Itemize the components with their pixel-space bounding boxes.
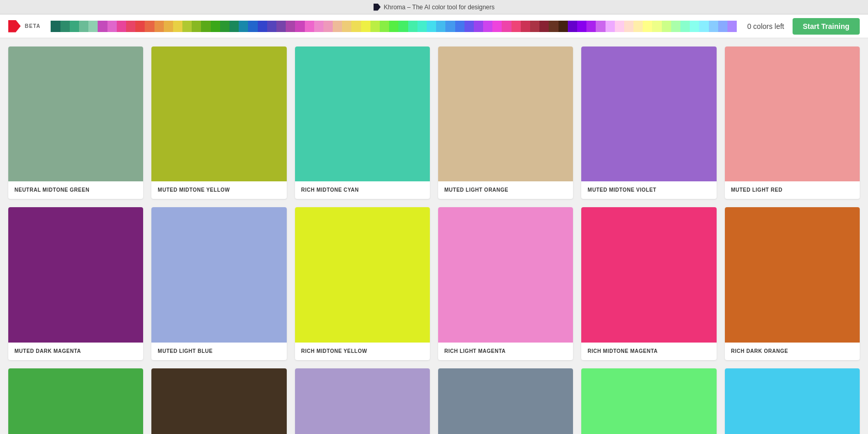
strip-color[interactable] (135, 21, 145, 32)
strip-color[interactable] (276, 21, 286, 32)
strip-color[interactable] (145, 21, 154, 32)
color-label: MUTED MIDTONE VIOLET (581, 181, 716, 199)
strip-color[interactable] (51, 21, 60, 32)
titlebar: Khroma – The AI color tool for designers (0, 0, 868, 14)
strip-color[interactable] (323, 21, 333, 32)
strip-color[interactable] (624, 21, 633, 32)
strip-color[interactable] (267, 21, 276, 32)
strip-color[interactable] (596, 21, 605, 32)
color-card[interactable]: RICH LIGHT CYAN (725, 368, 860, 434)
colors-left-label: 0 colors left (747, 22, 784, 30)
strip-color[interactable] (380, 21, 389, 32)
strip-color[interactable] (690, 21, 699, 32)
strip-color[interactable] (512, 21, 521, 32)
strip-color[interactable] (314, 21, 323, 32)
strip-color[interactable] (389, 21, 398, 32)
strip-color[interactable] (333, 21, 342, 32)
strip-color[interactable] (474, 21, 483, 32)
strip-color[interactable] (709, 21, 718, 32)
strip-color[interactable] (79, 21, 88, 32)
color-card[interactable]: NEUTRAL MIDTONE GREEN (8, 47, 143, 199)
strip-color[interactable] (671, 21, 680, 32)
strip-color[interactable] (107, 21, 117, 32)
color-swatch (8, 207, 143, 342)
color-card[interactable]: LIGHT VIOLET (295, 368, 430, 434)
strip-color[interactable] (305, 21, 314, 32)
strip-color[interactable] (652, 21, 661, 32)
color-card[interactable]: RICH MIDTONE YELLOW (295, 207, 430, 360)
strip-color[interactable] (568, 21, 577, 32)
strip-color[interactable] (436, 21, 445, 32)
strip-color[interactable] (445, 21, 455, 32)
strip-color[interactable] (126, 21, 135, 32)
strip-color[interactable] (211, 21, 220, 32)
strip-color[interactable] (502, 21, 511, 32)
strip-color[interactable] (295, 21, 304, 32)
color-label: MUTED LIGHT ORANGE (438, 181, 573, 199)
strip-color[interactable] (427, 21, 436, 32)
color-card[interactable]: RICH MIDTONE CYAN (295, 47, 430, 199)
color-card[interactable]: MUTED LIGHT BLUE (151, 207, 286, 360)
strip-color[interactable] (173, 21, 182, 32)
strip-color[interactable] (559, 21, 568, 32)
strip-color[interactable] (521, 21, 530, 32)
strip-color[interactable] (643, 21, 652, 32)
strip-color[interactable] (699, 21, 708, 32)
strip-color[interactable] (98, 21, 107, 32)
strip-color[interactable] (164, 21, 173, 32)
strip-color[interactable] (483, 21, 492, 32)
strip-color[interactable] (577, 21, 586, 32)
color-card[interactable]: DARK BROWN (151, 368, 286, 434)
strip-color[interactable] (662, 21, 671, 32)
strip-color[interactable] (88, 21, 98, 32)
strip-color[interactable] (615, 21, 624, 32)
color-swatch (151, 368, 286, 434)
strip-color[interactable] (258, 21, 267, 32)
strip-color[interactable] (370, 21, 380, 32)
strip-color[interactable] (680, 21, 690, 32)
strip-color[interactable] (220, 21, 229, 32)
color-card[interactable]: GREEN (8, 368, 143, 434)
strip-color[interactable] (633, 21, 643, 32)
strip-color[interactable] (192, 21, 201, 32)
strip-color[interactable] (492, 21, 502, 32)
strip-color[interactable] (408, 21, 417, 32)
strip-color[interactable] (417, 21, 427, 32)
color-card[interactable]: MUTED MIDTONE YELLOW (151, 47, 286, 199)
strip-color[interactable] (201, 21, 210, 32)
strip-color[interactable] (229, 21, 239, 32)
strip-color[interactable] (727, 21, 737, 32)
strip-color[interactable] (398, 21, 408, 32)
strip-color[interactable] (549, 21, 558, 32)
strip-color[interactable] (154, 21, 164, 32)
strip-color[interactable] (248, 21, 257, 32)
color-swatch (581, 47, 716, 181)
strip-color[interactable] (60, 21, 70, 32)
color-card[interactable]: MUTED LIGHT RED (725, 47, 860, 199)
strip-color[interactable] (70, 21, 79, 32)
strip-color[interactable] (718, 21, 727, 32)
color-card[interactable]: RICH LIGHT GREEN (581, 368, 716, 434)
strip-color[interactable] (586, 21, 596, 32)
strip-color[interactable] (182, 21, 192, 32)
color-card[interactable]: RICH DARK ORANGE (725, 207, 860, 360)
strip-color[interactable] (286, 21, 295, 32)
color-card[interactable]: MUTED LIGHT ORANGE (438, 47, 573, 199)
color-card[interactable]: RICH LIGHT MAGENTA (438, 207, 573, 360)
strip-color[interactable] (464, 21, 474, 32)
color-swatch (295, 368, 430, 434)
strip-color[interactable] (342, 21, 351, 32)
start-training-button[interactable]: Start Training (793, 18, 860, 35)
strip-color[interactable] (539, 21, 549, 32)
color-card[interactable]: MUTED MIDTONE BLUE GREY (438, 368, 573, 434)
color-card[interactable]: RICH MIDTONE MAGENTA (581, 207, 716, 360)
color-card[interactable]: MUTED MIDTONE VIOLET (581, 47, 716, 199)
strip-color[interactable] (530, 21, 539, 32)
strip-color[interactable] (351, 21, 361, 32)
color-card[interactable]: MUTED DARK MAGENTA (8, 207, 143, 360)
strip-color[interactable] (239, 21, 248, 32)
strip-color[interactable] (361, 21, 370, 32)
strip-color[interactable] (606, 21, 615, 32)
strip-color[interactable] (117, 21, 126, 32)
strip-color[interactable] (455, 21, 464, 32)
